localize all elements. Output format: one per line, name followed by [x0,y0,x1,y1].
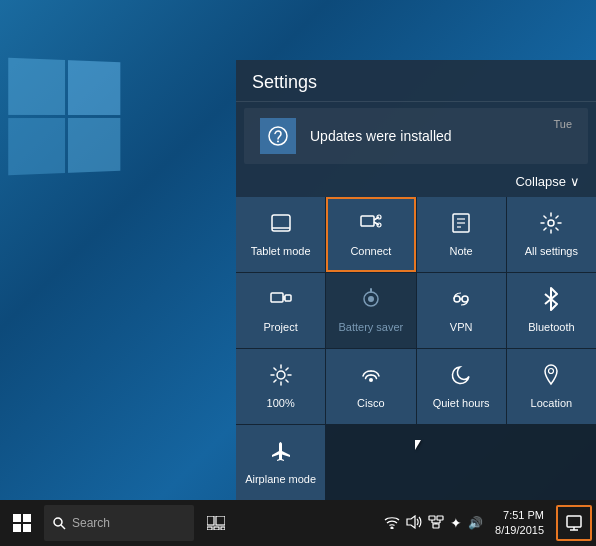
quick-actions-grid: Tablet mode Connect [236,197,596,500]
qa-location[interactable]: Location [507,349,596,424]
qa-quiet-hours[interactable]: Quiet hours [417,349,506,424]
qa-battery-saver-label: Battery saver [338,321,403,334]
qa-airplane-mode-label: Airplane mode [245,473,316,486]
svg-rect-14 [271,293,283,302]
qa-battery-saver[interactable]: Battery saver [326,273,415,348]
qa-all-settings-label: All settings [525,245,578,258]
battery-saver-icon [359,287,383,315]
qa-bluetooth-label: Bluetooth [528,321,574,334]
vpn-icon [449,287,473,315]
speaker-tray-icon[interactable] [406,515,422,532]
notification-title: Updates were installed [310,128,539,144]
wifi-tray-icon[interactable] [384,515,400,532]
qa-connect-label: Connect [350,245,391,258]
action-center-title: Settings [252,72,317,93]
start-button[interactable] [4,505,40,541]
svg-line-29 [274,368,276,370]
taskbar-left: Search [0,505,234,541]
bluetooth-icon [540,287,562,315]
qa-cisco[interactable]: Cisco [326,349,415,424]
qa-cisco-label: Cisco [357,397,385,410]
svg-rect-35 [13,514,21,522]
quiet-hours-icon [449,363,473,391]
action-center-button[interactable] [556,505,592,541]
qa-quiet-hours-label: Quiet hours [433,397,490,410]
qa-brightness[interactable]: 100% [236,349,325,424]
taskbar-right: ✦ 🔊 7:51 PM 8/19/2015 [384,505,596,541]
svg-marker-47 [407,516,415,528]
collapse-button[interactable]: Collapse ∨ [236,170,596,197]
svg-rect-48 [429,516,435,520]
svg-point-19 [368,296,374,302]
svg-point-34 [549,368,554,373]
svg-point-39 [54,518,62,526]
project-icon [269,287,293,315]
windows-logo [8,58,120,176]
svg-rect-15 [285,295,291,301]
bluetooth-tray-icon[interactable]: ✦ [450,515,462,531]
qa-tablet-mode[interactable]: Tablet mode [236,197,325,272]
svg-line-31 [274,380,276,382]
qa-vpn[interactable]: VPN [417,273,506,348]
qa-all-settings[interactable]: All settings [507,197,596,272]
note-icon [449,211,473,239]
svg-point-33 [369,378,373,382]
notification-icon [260,118,296,154]
qa-connect[interactable]: Connect [326,197,415,272]
svg-rect-55 [567,516,581,527]
notification-time: Tue [553,118,572,130]
brightness-icon [269,363,293,391]
action-center-header: Settings [236,60,596,102]
collapse-label: Collapse [515,174,566,189]
svg-rect-49 [437,516,443,520]
tablet-mode-icon [269,211,293,239]
svg-rect-50 [433,524,439,528]
taskbar: Search [0,500,596,546]
svg-point-24 [277,371,285,379]
all-settings-icon [539,211,563,239]
svg-line-32 [286,368,288,370]
search-text: Search [72,516,110,530]
qa-location-label: Location [531,397,573,410]
svg-rect-45 [221,527,225,530]
svg-rect-37 [13,524,21,532]
network-tray-icon[interactable] [428,515,444,532]
cortana-search[interactable]: Search [44,505,194,541]
qa-note-label: Note [450,245,473,258]
notification-text: Updates were installed [310,128,539,144]
qa-project-label: Project [264,321,298,334]
svg-rect-38 [23,524,31,532]
qa-airplane-mode[interactable]: Airplane mode [236,425,325,500]
collapse-chevron-icon: ∨ [570,174,580,189]
qa-tablet-mode-label: Tablet mode [251,245,311,258]
qa-brightness-label: 100% [267,397,295,410]
notification-item[interactable]: Updates were installed Tue [244,108,588,164]
svg-rect-43 [207,527,212,530]
task-view-button[interactable] [198,505,234,541]
svg-line-40 [61,525,65,529]
svg-point-13 [548,220,554,226]
clock-date: 8/19/2015 [495,523,544,538]
action-center-panel: Settings Updates were installed Tue Coll… [236,60,596,500]
svg-rect-42 [216,516,225,525]
taskbar-clock[interactable]: 7:51 PM 8/19/2015 [487,508,552,539]
cisco-icon [359,363,383,391]
clock-time: 7:51 PM [495,508,544,523]
connect-icon [359,211,383,239]
svg-point-46 [391,527,393,529]
svg-point-1 [277,141,279,143]
location-icon [539,363,563,391]
svg-rect-44 [214,527,219,530]
qa-note[interactable]: Note [417,197,506,272]
qa-bluetooth[interactable]: Bluetooth [507,273,596,348]
volume-tray: 🔊 [468,516,483,530]
qa-vpn-label: VPN [450,321,473,334]
svg-line-30 [286,380,288,382]
svg-rect-41 [207,516,214,525]
airplane-mode-icon [269,439,293,467]
sys-tray-icons: ✦ 🔊 [384,515,483,532]
svg-rect-4 [361,216,374,226]
qa-project[interactable]: Project [236,273,325,348]
svg-rect-36 [23,514,31,522]
